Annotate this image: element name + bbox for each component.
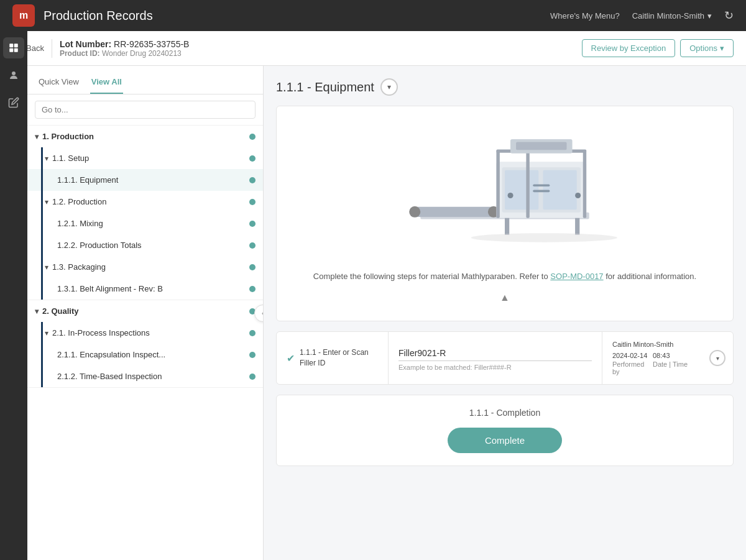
equipment-card: Complete the following steps for materia… <box>276 106 734 321</box>
sidebar-tabs: Quick View View All <box>27 66 263 94</box>
completion-title: 1.1.1 - Completion <box>289 408 721 418</box>
svg-rect-0 <box>9 44 13 47</box>
section-dropdown-button[interactable]: ▾ <box>380 78 398 96</box>
task-expand-button[interactable]: ▾ <box>709 350 725 366</box>
tree-left-bar <box>41 191 43 213</box>
svg-point-22 <box>575 193 581 199</box>
equipment-image-container: Complete the following steps for materia… <box>277 106 733 321</box>
tree-label-time-based: 2.1.2. Time-Based Inspection <box>57 372 249 381</box>
collapse-button[interactable]: ▲ <box>495 287 515 308</box>
sidebar-search-container <box>27 94 263 126</box>
user-chevron-icon: ▾ <box>707 11 712 21</box>
svg-rect-20 <box>575 218 579 235</box>
icon-bar-edit[interactable] <box>3 92 24 113</box>
tree-item-time-based[interactable]: 2.1.2. Time-Based Inspection <box>27 365 263 387</box>
task-input-column: Example to be matched: Filler####-R <box>389 332 602 384</box>
tree-item-belt-alignment[interactable]: 1.3.1. Belt Alignment - Rev: B <box>27 278 263 300</box>
tab-view-all[interactable]: View All <box>90 73 123 94</box>
tree-label-production: 1. Production <box>42 132 249 141</box>
equipment-description: Complete the following steps for materia… <box>301 272 709 287</box>
completion-card: 1.1.1 - Completion Complete <box>276 395 734 466</box>
tree-item-production[interactable]: ▾ 1. Production <box>27 126 263 147</box>
task-row: ✔ 1.1.1 - Enter or Scan Filler ID Exampl… <box>277 332 733 384</box>
sop-link[interactable]: SOP-MD-0017 <box>550 272 603 281</box>
status-dot-encapsulation <box>249 352 256 358</box>
options-chevron-icon: ▾ <box>720 44 724 53</box>
section-header: 1.1.1 - Equipment ▾ <box>276 78 734 96</box>
tree-label-setup: 1.1. Setup <box>52 154 249 163</box>
svg-rect-11 <box>505 170 538 209</box>
complete-button[interactable]: Complete <box>448 428 562 453</box>
filler-id-input[interactable] <box>398 346 592 361</box>
svg-rect-18 <box>516 142 566 150</box>
main-wrapper: Quick View View All ▾ 1. Production ▾ 1.… <box>27 66 746 560</box>
svg-rect-14 <box>583 151 586 219</box>
options-label: Options <box>689 44 717 53</box>
review-exception-button[interactable]: Review by Exception <box>582 39 676 57</box>
app-title: Production Records <box>44 9 153 23</box>
task-check-column: ✔ 1.1.1 - Enter or Scan Filler ID <box>277 332 389 384</box>
tree-label-quality: 2. Quality <box>42 306 249 316</box>
chevron-icon: ▾ <box>35 132 39 141</box>
icon-bar-home[interactable] <box>3 37 24 58</box>
refresh-button[interactable]: ↻ <box>724 9 734 22</box>
performer-value: Caitlin Minton-Smith <box>612 341 692 348</box>
tree-left-bar <box>41 322 43 344</box>
tree-item-setup[interactable]: ▾ 1.1. Setup <box>27 147 263 169</box>
help-link[interactable]: Where's My Menu? <box>550 11 620 21</box>
status-dot-mixing <box>249 221 256 227</box>
tree-label-production-sub: 1.2. Production <box>52 197 249 206</box>
lot-number-value: RR-92635-33755-B <box>114 39 189 49</box>
chevron-icon: ▾ <box>45 198 48 206</box>
tree-item-encapsulation[interactable]: 2.1.1. Encapsulation Inspect... <box>27 344 263 365</box>
svg-rect-24 <box>533 190 550 193</box>
status-dot-production-sub <box>249 199 256 205</box>
top-nav-right: Where's My Menu? Caitlin Minton-Smith ▾ … <box>550 9 734 22</box>
date-value: 2024-02-14 <box>612 352 652 359</box>
sub-nav-left: ← Back Lot Number: RR-92635-33755-B Prod… <box>12 39 189 58</box>
task-meta-column: Caitlin Minton-Smith 2024-02-14 08:43 Pe… <box>602 332 702 384</box>
top-navigation: m Production Records Where's My Menu? Ca… <box>0 0 746 31</box>
tree-item-production-sub[interactable]: ▾ 1.2. Production <box>27 191 263 213</box>
svg-rect-3 <box>14 48 18 52</box>
svg-rect-6 <box>415 207 494 217</box>
chevron-icon: ▾ <box>45 154 48 163</box>
tree-item-quality[interactable]: ▾ 2. Quality <box>27 300 263 322</box>
product-id-display: Product ID: Wonder Drug 20240213 <box>60 49 190 58</box>
svg-rect-2 <box>9 48 13 52</box>
chevron-icon: ▾ <box>45 329 48 337</box>
task-input-hint: Example to be matched: Filler####-R <box>398 364 592 371</box>
check-icon: ✔ <box>287 352 295 364</box>
tree-item-mixing[interactable]: 1.2.1. Mixing <box>27 213 263 234</box>
icon-bar-user[interactable] <box>3 65 24 86</box>
tree-item-packaging[interactable]: ▾ 1.3. Packaging <box>27 256 263 278</box>
sub-nav-right: Review by Exception Options ▾ <box>582 39 734 57</box>
tree-label-encapsulation: 2.1.1. Encapsulation Inspect... <box>57 350 249 359</box>
sidebar-search-input[interactable] <box>35 101 256 119</box>
status-dot-equipment <box>249 177 256 183</box>
chevron-icon: ▾ <box>35 307 39 316</box>
tree-item-in-process[interactable]: ▾ 2.1. In-Process Inspections <box>27 322 263 344</box>
meta-grid: Caitlin Minton-Smith 2024-02-14 08:43 Pe… <box>612 341 692 375</box>
equipment-image <box>387 119 623 262</box>
status-dot-setup <box>249 155 256 162</box>
svg-rect-19 <box>505 218 509 235</box>
lot-number-display: Lot Number: RR-92635-33755-B <box>60 39 190 49</box>
tab-quick-view[interactable]: Quick View <box>37 73 80 94</box>
options-button[interactable]: Options ▾ <box>680 39 734 57</box>
svg-rect-1 <box>14 44 18 47</box>
date-time-label: Date | Time <box>653 360 692 375</box>
sidebar: Quick View View All ▾ 1. Production ▾ 1.… <box>27 66 264 560</box>
tree-label-belt-alignment: 1.3.1. Belt Alignment - Rev: B <box>57 284 249 293</box>
tree-navigation: ▾ 1. Production ▾ 1.1. Setup 1.1.1. Equi… <box>27 126 263 388</box>
svg-rect-13 <box>496 151 499 219</box>
tree-item-equipment[interactable]: 1.1.1. Equipment <box>27 169 263 191</box>
user-menu[interactable]: Caitlin Minton-Smith ▾ <box>632 11 712 21</box>
product-id-value: Wonder Drug 20240213 <box>102 49 182 58</box>
status-dot-time-based <box>249 374 256 380</box>
tree-item-production-totals[interactable]: 1.2.2. Production Totals <box>27 234 263 256</box>
status-dot-in-process <box>249 330 256 336</box>
svg-point-21 <box>508 193 513 199</box>
time-value: 08:43 <box>653 352 692 359</box>
svg-point-25 <box>471 234 617 242</box>
